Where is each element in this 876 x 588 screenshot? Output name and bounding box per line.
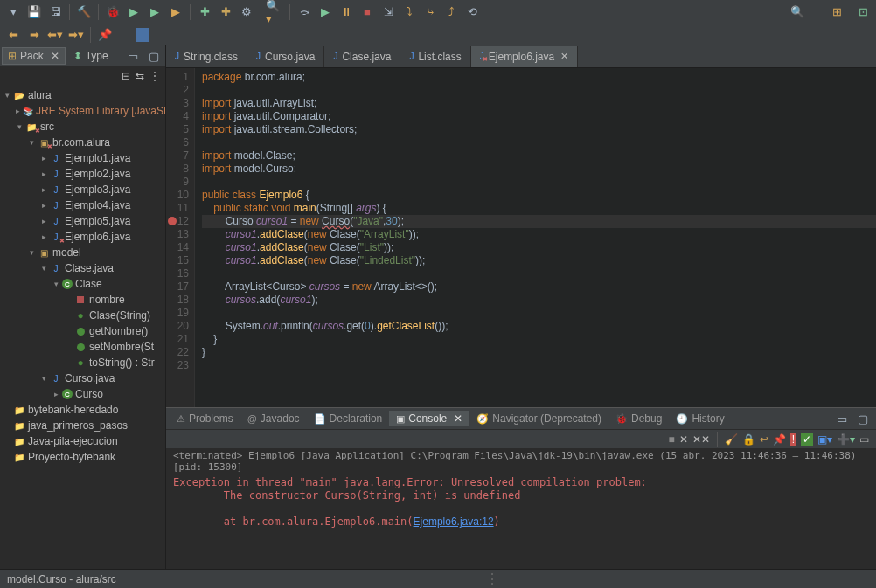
editor-tab[interactable]: JString.class <box>166 46 247 67</box>
console-scroll-icon[interactable]: 🔒 <box>742 433 755 446</box>
console-remove-icon[interactable]: ✕ <box>679 433 688 446</box>
tree-item[interactable]: ●toString() : Str <box>0 355 165 370</box>
tb-newclass-icon[interactable]: ✚ <box>195 3 214 22</box>
bottom-tab[interactable]: @Javadoc <box>240 411 307 426</box>
tree-item[interactable]: ▾JCurso.java <box>0 370 165 386</box>
tb-disconnect-icon[interactable]: ⇲ <box>379 3 398 22</box>
tab-type-hierarchy[interactable]: ⬍ Type <box>67 47 115 65</box>
tb-build-icon[interactable]: 🔨 <box>74 3 94 22</box>
tb-droptofr-icon[interactable]: ⟲ <box>462 3 482 22</box>
console-removeall-icon[interactable]: ✕✕ <box>692 433 710 446</box>
tree-item[interactable]: ▸JEjemplo3.java <box>0 182 165 197</box>
editor-file-icon[interactable] <box>136 28 149 42</box>
console-disp-icon[interactable]: ▣▾ <box>817 433 832 446</box>
tree-item[interactable]: ▸CCurso <box>0 386 165 402</box>
tb-stepinto-icon[interactable]: ⤵ <box>400 3 419 22</box>
nav-fwd-icon[interactable]: ➡ <box>24 25 44 45</box>
line-gutter[interactable]: 1234567891011121314151617181920212223 <box>166 68 195 407</box>
bpane-min-icon[interactable]: ▭ <box>832 409 852 428</box>
console-pin-icon[interactable]: 📌 <box>773 433 786 446</box>
tree-item[interactable]: getNombre() <box>0 323 165 339</box>
tab-package-explorer[interactable]: ⊞ Pack ✕ <box>2 47 66 65</box>
bottom-tab[interactable]: 🐞Debug <box>608 411 669 426</box>
bottom-tab[interactable]: ▣Console✕ <box>389 411 469 426</box>
bottom-tab[interactable]: ⚠Problems <box>170 411 240 426</box>
tree-item[interactable]: 📁bytebank-heredado <box>0 402 165 418</box>
tree-item[interactable]: ▸JEjemplo2.java <box>0 166 165 182</box>
tree-item[interactable]: ▾CClase <box>0 276 165 292</box>
close-icon[interactable]: ✕ <box>454 412 462 425</box>
tb-resume-icon[interactable]: ▶ <box>316 3 335 22</box>
tb-save-icon[interactable]: 💾 <box>24 3 44 22</box>
console-clear-icon[interactable]: 🧹 <box>725 433 738 446</box>
tree-item[interactable]: 📁java_primeros_pasos <box>0 418 165 433</box>
console-min-icon[interactable]: ▭ <box>859 433 869 446</box>
quicksearch-icon[interactable]: 🔍 <box>788 3 807 22</box>
bottom-tab[interactable]: 🧭Navigator (Deprecated) <box>469 411 608 426</box>
pane-max-icon[interactable]: ▢ <box>144 46 163 66</box>
tb-stepreturn-icon[interactable]: ⤴ <box>441 3 461 22</box>
tree-item[interactable]: ▸JEjemplo1.java <box>0 150 165 166</box>
editor-tab[interactable]: JList.class <box>400 46 470 67</box>
bottom-tab[interactable]: 🕘History <box>669 411 731 426</box>
tree-item[interactable]: 📁Java-pila-ejecucion <box>0 433 165 449</box>
project-tree[interactable]: ▾📂alura▸📚JRE System Library [JavaSE▾📁src… <box>0 86 165 569</box>
tb-skip-icon[interactable]: ⤼ <box>295 3 314 22</box>
tree-item[interactable]: ▾📁src <box>0 119 165 135</box>
console-output[interactable]: Exception in thread "main" java.lang.Err… <box>166 474 876 569</box>
tb-search-icon[interactable]: 🔍▾ <box>266 3 285 22</box>
tb-saveall-icon[interactable]: 🖫 <box>45 3 65 22</box>
editor-tab[interactable]: JClase.java <box>324 46 400 67</box>
nav-pin-icon[interactable]: 📌 <box>95 25 115 45</box>
bottom-tab[interactable]: 📄Declaration <box>307 411 390 426</box>
tree-item[interactable]: ▾▣model <box>0 245 165 260</box>
tb-stepover-icon[interactable]: ⤷ <box>421 3 440 22</box>
code-editor[interactable]: 1234567891011121314151617181920212223 pa… <box>166 68 876 407</box>
tb-debug-icon[interactable]: 🐞 <box>103 3 122 22</box>
nav-toolbar: ⬅ ➡ ⬅▾ ➡▾ 📌 <box>0 24 876 45</box>
console-wrap-icon[interactable]: ↩ <box>760 433 768 446</box>
tb-ext-icon[interactable]: ▶ <box>166 3 185 22</box>
persp-java-icon[interactable]: ⊞ <box>827 3 846 22</box>
tree-item[interactable]: ▾📂alura <box>0 87 165 103</box>
bpane-max-icon[interactable]: ▢ <box>853 409 873 428</box>
tree-item[interactable]: ▸📚JRE System Library [JavaSE <box>0 103 165 119</box>
drag-handle-icon[interactable]: ⋮ <box>485 575 499 584</box>
tb-stop-icon[interactable]: ■ <box>358 3 377 22</box>
tb-coverage-icon[interactable]: ▶ <box>145 3 164 22</box>
tree-item[interactable]: nombre <box>0 292 165 308</box>
collapseall-icon[interactable]: ⊟ <box>122 70 130 82</box>
console-stop-icon[interactable]: ■ <box>668 433 674 446</box>
stacktrace-link[interactable]: Ejemplo6.java:12 <box>414 515 494 528</box>
editor-tab[interactable]: JEjemplo6.java✕ <box>471 46 578 67</box>
close-icon[interactable]: ✕ <box>51 50 59 62</box>
pane-min-icon[interactable]: ▭ <box>123 46 143 66</box>
tree-item[interactable]: ●Clase(String) <box>0 308 165 323</box>
console-showout-icon[interactable]: ✓ <box>801 433 813 446</box>
close-icon[interactable]: ✕ <box>560 51 568 62</box>
nav-fwddd-icon[interactable]: ➡▾ <box>66 25 86 45</box>
linkeditor-icon[interactable]: ⇆ <box>136 70 144 82</box>
tree-item[interactable]: ▸JEjemplo5.java <box>0 213 165 229</box>
editor-tab[interactable]: JCurso.java <box>247 46 324 67</box>
tree-item[interactable]: ▾▣br.com.alura <box>0 135 165 150</box>
tree-item[interactable]: ▸JEjemplo6.java <box>0 229 165 245</box>
nav-back-icon[interactable]: ⬅ <box>3 25 23 45</box>
console-new-icon[interactable]: ➕▾ <box>837 433 855 446</box>
tree-item[interactable]: setNombre(St <box>0 339 165 355</box>
tb-run-icon[interactable]: ▶ <box>124 3 143 22</box>
status-text: model.Curso - alura/src <box>7 573 116 585</box>
persp-debug-icon[interactable]: ⊡ <box>853 3 873 22</box>
tb-gen-icon[interactable]: ⚙ <box>237 3 256 22</box>
nav-backdd-icon[interactable]: ⬅▾ <box>45 25 65 45</box>
code-content[interactable]: package br.com.alura;import java.util.Ar… <box>195 68 876 407</box>
tree-item[interactable]: 📁Proyecto-bytebank <box>0 449 165 465</box>
tb-pause-icon[interactable]: ⏸ <box>337 3 356 22</box>
breakpoint-icon[interactable] <box>168 217 177 225</box>
tb-new-icon[interactable]: ▾ <box>3 3 23 22</box>
tb-newpkg-icon[interactable]: ✚ <box>216 3 235 22</box>
viewmenu-icon[interactable]: ⋮ <box>149 70 160 82</box>
console-showerr-icon[interactable]: ! <box>790 433 796 446</box>
tree-item[interactable]: ▾JClase.java <box>0 260 165 276</box>
tree-item[interactable]: ▸JEjemplo4.java <box>0 197 165 213</box>
